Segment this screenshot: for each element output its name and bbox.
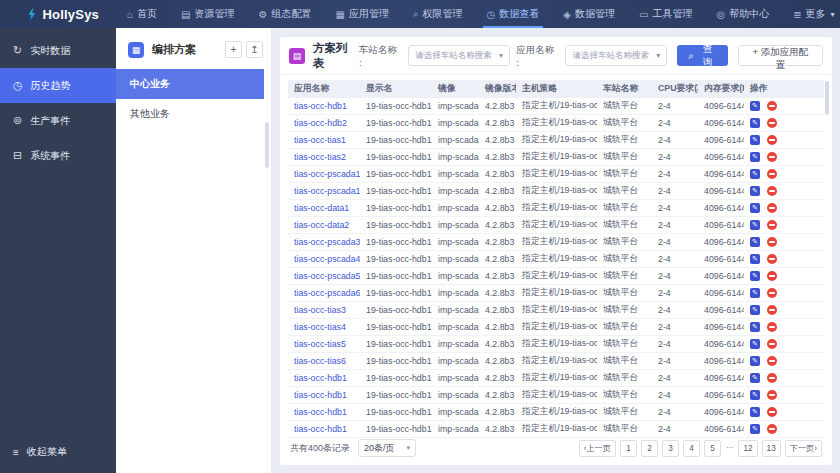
plan-item-center-business[interactable]: 中心业务 [116, 69, 264, 99]
delete-icon[interactable] [767, 288, 777, 298]
sidebar-item-realtime-data[interactable]: ↻实时数据 [0, 33, 116, 68]
topnav-item-home[interactable]: ⌂首页 [115, 0, 169, 28]
delete-icon[interactable] [767, 407, 777, 417]
delete-icon[interactable] [767, 271, 777, 281]
topnav-item-help-center[interactable]: ◎帮助中心 [704, 0, 781, 28]
cell-app-name[interactable]: tias-occ-pscada4 [288, 251, 360, 268]
delete-icon[interactable] [767, 169, 777, 179]
sidebar-item-production-events[interactable]: ⊚生产事件 [0, 103, 116, 138]
edit-icon[interactable]: ✎ [750, 220, 760, 230]
edit-icon[interactable]: ✎ [750, 390, 760, 400]
delete-icon[interactable] [767, 305, 777, 315]
edit-icon[interactable]: ✎ [750, 203, 760, 213]
delete-icon[interactable] [767, 339, 777, 349]
edit-icon[interactable]: ✎ [750, 254, 760, 264]
delete-icon[interactable] [767, 390, 777, 400]
edit-icon[interactable]: ✎ [750, 101, 760, 111]
delete-icon[interactable] [767, 101, 777, 111]
add-app-config-button[interactable]: + 添加应用配置 [738, 45, 823, 66]
edit-icon[interactable]: ✎ [750, 271, 760, 281]
delete-icon[interactable] [767, 373, 777, 383]
edit-icon[interactable]: ✎ [750, 186, 760, 196]
cell-image: imp-scada [432, 370, 479, 387]
collapse-menu-button[interactable]: ≡ 收起菜单 [0, 439, 116, 465]
cell-app-name[interactable]: tias-occ-hdb1 [288, 387, 360, 404]
cell-app-name[interactable]: tias-occ-hdb2 [288, 115, 360, 132]
table-row: tias-occ-pscada519-tias-occ-hdb1imp-scad… [288, 268, 824, 285]
page-button-13[interactable]: 13 [762, 440, 781, 457]
topnav-item-resource-manage[interactable]: ▤资源管理 [169, 0, 246, 28]
cell-app-name[interactable]: tias-occ-hdb1 [288, 404, 360, 421]
cell-app-name[interactable]: tias-occ-pscada1 [288, 166, 360, 183]
add-plan-button[interactable]: + [225, 41, 242, 58]
cell-app-name[interactable]: tias-occ-tias6 [288, 353, 360, 370]
cell-app-name[interactable]: tias-occ-tias4 [288, 319, 360, 336]
cell-app-name[interactable]: tias-occ-pscada3 [288, 234, 360, 251]
topnav-item-data-view[interactable]: ◷数据查看 [475, 0, 552, 28]
delete-icon[interactable] [767, 203, 777, 213]
station-name-select[interactable]: 请选择车站名称搜索 ▾ [408, 45, 510, 66]
import-plan-button[interactable]: ↥ [246, 41, 263, 58]
cell-app-name[interactable]: tias-occ-tias5 [288, 336, 360, 353]
edit-icon[interactable]: ✎ [750, 288, 760, 298]
col-display-name: 显示名 [360, 80, 432, 98]
cell-app-name[interactable]: tias-occ-hdb1 [288, 98, 360, 115]
cell-app-name[interactable]: tias-occ-pscada6 [288, 285, 360, 302]
edit-icon[interactable]: ✎ [750, 339, 760, 349]
sidebar-item-system-events[interactable]: ⊟系统事件 [0, 138, 116, 173]
topnav-item-label: 首页 [137, 7, 157, 21]
delete-icon[interactable] [767, 118, 777, 128]
plans-scrollbar-thumb[interactable] [265, 122, 269, 168]
edit-icon[interactable]: ✎ [750, 373, 760, 383]
prev-page-button[interactable]: ‹上一页 [579, 440, 616, 457]
topnav-item-app-manage[interactable]: ▦应用管理 [323, 0, 400, 28]
cell-actions: ✎ [744, 217, 824, 234]
edit-icon[interactable]: ✎ [750, 135, 760, 145]
page-button-12[interactable]: 12 [738, 440, 757, 457]
page-size-select[interactable]: 20条/页 ▾ [358, 439, 416, 457]
delete-icon[interactable] [767, 322, 777, 332]
edit-icon[interactable]: ✎ [750, 356, 760, 366]
topnav-item-permission-manage[interactable]: ⌕权限管理 [401, 0, 475, 28]
edit-icon[interactable]: ✎ [750, 169, 760, 179]
cell-app-name[interactable]: tias-occ-tias1 [288, 132, 360, 149]
cell-app-name[interactable]: tias-occ-data2 [288, 217, 360, 234]
cell-app-name[interactable]: tias-occ-tias2 [288, 149, 360, 166]
page-button-1[interactable]: 1 [620, 440, 637, 457]
cell-app-name[interactable]: tias-occ-hdb1 [288, 370, 360, 387]
app-name-select[interactable]: 请选择车站名称搜索 ▾ [565, 45, 667, 66]
query-button[interactable]: ⌕ 查询 [677, 45, 728, 66]
cell-app-name[interactable]: tias-occ-data1 [288, 200, 360, 217]
delete-icon[interactable] [767, 254, 777, 264]
edit-icon[interactable]: ✎ [750, 407, 760, 417]
delete-icon[interactable] [767, 220, 777, 230]
topnav-item-data-manage[interactable]: ◈数据管理 [551, 0, 627, 28]
delete-icon[interactable] [767, 135, 777, 145]
delete-icon[interactable] [767, 424, 777, 434]
next-page-button[interactable]: 下一页› [785, 440, 822, 457]
page-button-3[interactable]: 3 [662, 440, 679, 457]
delete-icon[interactable] [767, 237, 777, 247]
cell-app-name[interactable]: tias-occ-tias3 [288, 302, 360, 319]
delete-icon[interactable] [767, 186, 777, 196]
edit-icon[interactable]: ✎ [750, 152, 760, 162]
edit-icon[interactable]: ✎ [750, 237, 760, 247]
edit-icon[interactable]: ✎ [750, 322, 760, 332]
edit-icon[interactable]: ✎ [750, 305, 760, 315]
cell-app-name[interactable]: tias-occ-pscada1 [288, 183, 360, 200]
page-button-4[interactable]: 4 [683, 440, 700, 457]
page-button-5[interactable]: 5 [704, 440, 721, 457]
page-button-2[interactable]: 2 [641, 440, 658, 457]
table-row: tias-occ-data219-tias-occ-hdb1imp-scada4… [288, 217, 824, 234]
delete-icon[interactable] [767, 152, 777, 162]
topnav-item-config[interactable]: ⚙组态配置 [247, 0, 324, 28]
edit-icon[interactable]: ✎ [750, 118, 760, 128]
cell-app-name[interactable]: tias-occ-pscada5 [288, 268, 360, 285]
sidebar-item-history-trend[interactable]: ◷历史趋势 [0, 68, 116, 103]
plan-item-other-business[interactable]: 其他业务 [116, 99, 264, 129]
topnav-item-tools-manage[interactable]: ▭工具管理 [627, 0, 704, 28]
delete-icon[interactable] [767, 356, 777, 366]
table-scrollbar-thumb[interactable] [825, 81, 829, 115]
cell-station-name: 城轨平台 [597, 149, 652, 166]
topnav-item-more[interactable]: ≣更多▾ [781, 0, 840, 28]
